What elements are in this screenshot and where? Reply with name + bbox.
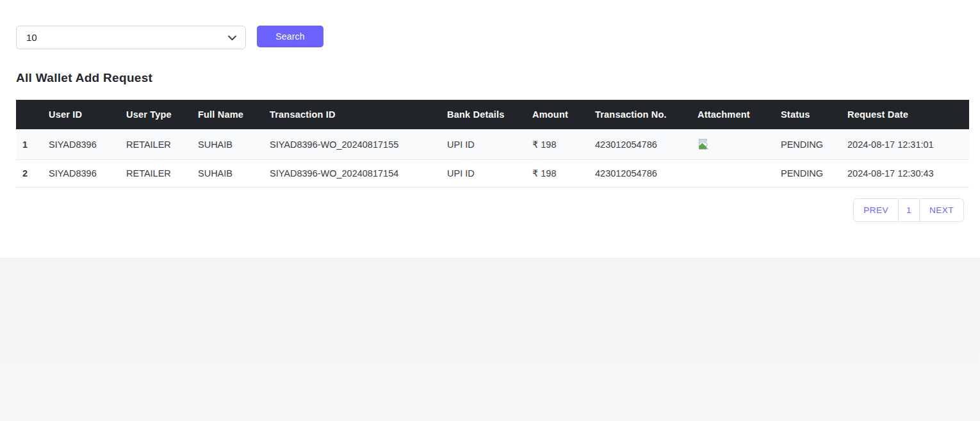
- col-header-transaction-id: Transaction ID: [263, 100, 441, 129]
- table-header: User ID User Type Full Name Transaction …: [16, 100, 969, 129]
- cell-status: PENDING: [774, 160, 841, 187]
- col-header-amount: Amount: [526, 100, 589, 129]
- col-header-status: Status: [774, 100, 841, 129]
- pagination-page-1[interactable]: 1: [899, 198, 920, 222]
- cell-transaction-id: SIYAD8396-WO_20240817155: [263, 129, 441, 160]
- table-row: 1 SIYAD8396 RETAILER SUHAIB SIYAD8396-WO…: [16, 129, 969, 160]
- search-button[interactable]: Search: [257, 26, 323, 47]
- cell-attachment: [691, 129, 774, 160]
- cell-full-name: SUHAIB: [192, 129, 263, 160]
- cell-status: PENDING: [774, 129, 841, 160]
- page-size-select[interactable]: 10: [16, 26, 246, 49]
- cell-amount: ₹ 198: [526, 160, 589, 187]
- cell-full-name: SUHAIB: [192, 160, 263, 187]
- cell-transaction-no: 423012054786: [589, 160, 691, 187]
- pagination-row: PREV 1 NEXT: [16, 198, 964, 222]
- cell-transaction-id: SIYAD8396-WO_20240817154: [263, 160, 441, 187]
- col-header-bank-details: Bank Details: [441, 100, 526, 129]
- cell-transaction-no: 423012054786: [589, 129, 691, 160]
- wallet-requests-table: User ID User Type Full Name Transaction …: [16, 100, 969, 187]
- table-row: 2 SIYAD8396 RETAILER SUHAIB SIYAD8396-WO…: [16, 160, 969, 187]
- cell-amount: ₹ 198: [526, 129, 589, 160]
- col-header-attachment: Attachment: [691, 100, 774, 129]
- cell-request-date: 2024-08-17 12:30:43: [841, 160, 969, 187]
- col-header-request-date: Request Date: [841, 100, 969, 129]
- broken-image-icon[interactable]: [698, 138, 710, 151]
- cell-user-id: SIYAD8396: [42, 160, 120, 187]
- cell-user-type: RETAILER: [120, 160, 192, 187]
- cell-bank-details: UPI ID: [441, 129, 526, 160]
- col-header-transaction-no: Transaction No.: [589, 100, 691, 129]
- cell-index: 1: [16, 129, 42, 160]
- cell-attachment: [691, 160, 774, 187]
- cell-index: 2: [16, 160, 42, 187]
- page-size-select-wrap: 10: [16, 26, 246, 49]
- page-title: All Wallet Add Request: [16, 71, 964, 85]
- pagination-next[interactable]: NEXT: [920, 198, 964, 222]
- col-header-full-name: Full Name: [192, 100, 263, 129]
- col-header-user-type: User Type: [120, 100, 192, 129]
- pagination-prev[interactable]: PREV: [853, 198, 899, 222]
- cell-bank-details: UPI ID: [441, 160, 526, 187]
- cell-request-date: 2024-08-17 12:31:01: [841, 129, 969, 160]
- wallet-requests-panel: 10 Search All Wallet Add Request User ID…: [0, 0, 980, 258]
- cell-user-type: RETAILER: [120, 129, 192, 160]
- pagination: PREV 1 NEXT: [853, 198, 964, 222]
- col-header-user-id: User ID: [42, 100, 120, 129]
- toolbar: 10 Search: [16, 26, 964, 49]
- cell-user-id: SIYAD8396: [42, 129, 120, 160]
- page-background: 10 Search All Wallet Add Request User ID…: [0, 0, 980, 421]
- col-header-index: [16, 100, 42, 129]
